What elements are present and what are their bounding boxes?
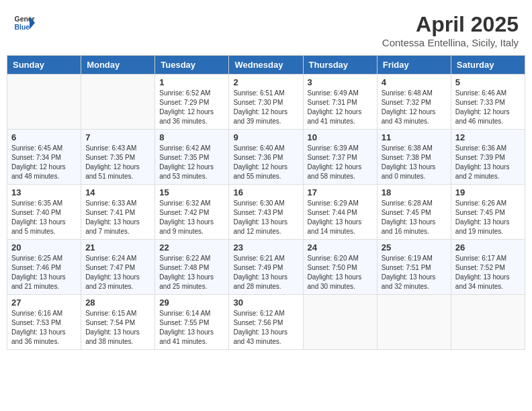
calendar-day-cell: 9Sunrise: 6:40 AMSunset: 7:36 PMDaylight… xyxy=(229,130,303,185)
day-info: Sunrise: 6:22 AMSunset: 7:48 PMDaylight:… xyxy=(159,254,224,291)
calendar-day-cell: 1Sunrise: 6:52 AMSunset: 7:29 PMDaylight… xyxy=(155,75,229,130)
calendar-day-cell: 2Sunrise: 6:51 AMSunset: 7:30 PMDaylight… xyxy=(229,75,303,130)
calendar-day-cell: 20Sunrise: 6:25 AMSunset: 7:46 PMDayligh… xyxy=(7,240,81,295)
calendar-day-cell: 14Sunrise: 6:33 AMSunset: 7:41 PMDayligh… xyxy=(81,185,155,240)
day-number: 17 xyxy=(308,187,373,197)
calendar-day-cell: 27Sunrise: 6:16 AMSunset: 7:53 PMDayligh… xyxy=(7,295,81,350)
calendar-day-cell: 30Sunrise: 6:12 AMSunset: 7:56 PMDayligh… xyxy=(229,295,303,350)
day-info: Sunrise: 6:52 AMSunset: 7:29 PMDaylight:… xyxy=(159,89,224,126)
calendar-day-cell: 3Sunrise: 6:49 AMSunset: 7:31 PMDaylight… xyxy=(303,75,377,130)
calendar-day-cell xyxy=(451,295,525,350)
calendar-day-cell: 7Sunrise: 6:43 AMSunset: 7:35 PMDaylight… xyxy=(81,130,155,185)
day-info: Sunrise: 6:51 AMSunset: 7:30 PMDaylight:… xyxy=(233,89,298,126)
calendar-day-cell: 23Sunrise: 6:21 AMSunset: 7:49 PMDayligh… xyxy=(229,240,303,295)
day-info: Sunrise: 6:43 AMSunset: 7:35 PMDaylight:… xyxy=(85,144,150,181)
day-info: Sunrise: 6:28 AMSunset: 7:45 PMDaylight:… xyxy=(382,199,447,236)
calendar-day-cell: 16Sunrise: 6:30 AMSunset: 7:43 PMDayligh… xyxy=(229,185,303,240)
day-number: 25 xyxy=(382,242,447,253)
month-title: April 2025 xyxy=(382,12,519,37)
calendar-day-cell: 19Sunrise: 6:26 AMSunset: 7:45 PMDayligh… xyxy=(451,185,525,240)
calendar-day-cell xyxy=(303,295,377,350)
calendar-week-row: 1Sunrise: 6:52 AMSunset: 7:29 PMDaylight… xyxy=(7,75,525,130)
logo: General Blue xyxy=(13,12,35,34)
page-header: General Blue April 2025 Contessa Entelli… xyxy=(7,7,525,51)
weekday-header-cell: Thursday xyxy=(303,56,377,75)
calendar-day-cell: 15Sunrise: 6:32 AMSunset: 7:42 PMDayligh… xyxy=(155,185,229,240)
day-info: Sunrise: 6:12 AMSunset: 7:56 PMDaylight:… xyxy=(233,309,298,347)
day-info: Sunrise: 6:21 AMSunset: 7:49 PMDaylight:… xyxy=(233,254,298,291)
day-info: Sunrise: 6:20 AMSunset: 7:50 PMDaylight:… xyxy=(308,254,373,291)
day-info: Sunrise: 6:35 AMSunset: 7:40 PMDaylight:… xyxy=(11,199,77,236)
location-subtitle: Contessa Entellina, Sicily, Italy xyxy=(382,37,519,48)
calendar-week-row: 27Sunrise: 6:16 AMSunset: 7:53 PMDayligh… xyxy=(7,295,525,350)
day-number: 16 xyxy=(233,187,298,197)
calendar-body: 1Sunrise: 6:52 AMSunset: 7:29 PMDaylight… xyxy=(7,75,525,350)
day-number: 5 xyxy=(455,77,521,87)
day-number: 28 xyxy=(85,298,150,308)
day-number: 20 xyxy=(11,242,77,253)
day-number: 8 xyxy=(159,132,224,142)
svg-text:Blue: Blue xyxy=(15,24,30,31)
weekday-header-row: SundayMondayTuesdayWednesdayThursdayFrid… xyxy=(7,56,525,75)
weekday-header-cell: Tuesday xyxy=(155,56,229,75)
calendar-table: SundayMondayTuesdayWednesdayThursdayFrid… xyxy=(7,55,525,350)
calendar-week-row: 13Sunrise: 6:35 AMSunset: 7:40 PMDayligh… xyxy=(7,185,525,240)
day-number: 14 xyxy=(85,187,150,197)
day-number: 1 xyxy=(159,77,224,87)
calendar-day-cell: 25Sunrise: 6:19 AMSunset: 7:51 PMDayligh… xyxy=(377,240,451,295)
day-number: 13 xyxy=(11,187,77,197)
day-info: Sunrise: 6:16 AMSunset: 7:53 PMDaylight:… xyxy=(11,309,77,347)
day-number: 24 xyxy=(308,242,373,253)
day-number: 18 xyxy=(382,187,447,197)
calendar-day-cell xyxy=(7,75,81,130)
calendar-day-cell xyxy=(377,295,451,350)
day-info: Sunrise: 6:25 AMSunset: 7:46 PMDaylight:… xyxy=(11,254,77,291)
day-number: 2 xyxy=(233,77,298,87)
calendar-day-cell: 22Sunrise: 6:22 AMSunset: 7:48 PMDayligh… xyxy=(155,240,229,295)
calendar-day-cell xyxy=(81,75,155,130)
day-info: Sunrise: 6:46 AMSunset: 7:33 PMDaylight:… xyxy=(455,89,521,126)
day-info: Sunrise: 6:30 AMSunset: 7:43 PMDaylight:… xyxy=(233,199,298,236)
day-number: 3 xyxy=(308,77,373,87)
calendar-day-cell: 6Sunrise: 6:45 AMSunset: 7:34 PMDaylight… xyxy=(7,130,81,185)
day-info: Sunrise: 6:49 AMSunset: 7:31 PMDaylight:… xyxy=(308,89,373,126)
calendar-day-cell: 21Sunrise: 6:24 AMSunset: 7:47 PMDayligh… xyxy=(81,240,155,295)
day-number: 21 xyxy=(85,242,150,253)
day-number: 12 xyxy=(455,132,521,142)
day-info: Sunrise: 6:15 AMSunset: 7:54 PMDaylight:… xyxy=(85,309,150,347)
day-info: Sunrise: 6:38 AMSunset: 7:38 PMDaylight:… xyxy=(382,144,447,181)
calendar-day-cell: 26Sunrise: 6:17 AMSunset: 7:52 PMDayligh… xyxy=(451,240,525,295)
calendar-day-cell: 17Sunrise: 6:29 AMSunset: 7:44 PMDayligh… xyxy=(303,185,377,240)
day-info: Sunrise: 6:42 AMSunset: 7:35 PMDaylight:… xyxy=(159,144,224,181)
day-info: Sunrise: 6:29 AMSunset: 7:44 PMDaylight:… xyxy=(308,199,373,236)
day-info: Sunrise: 6:32 AMSunset: 7:42 PMDaylight:… xyxy=(159,199,224,236)
logo-icon: General Blue xyxy=(13,12,35,34)
calendar-day-cell: 12Sunrise: 6:36 AMSunset: 7:39 PMDayligh… xyxy=(451,130,525,185)
day-info: Sunrise: 6:26 AMSunset: 7:45 PMDaylight:… xyxy=(455,199,521,236)
day-info: Sunrise: 6:33 AMSunset: 7:41 PMDaylight:… xyxy=(85,199,150,236)
day-number: 15 xyxy=(159,187,224,197)
day-info: Sunrise: 6:17 AMSunset: 7:52 PMDaylight:… xyxy=(455,254,521,291)
day-number: 19 xyxy=(455,187,521,197)
day-number: 27 xyxy=(11,298,77,308)
calendar-day-cell: 18Sunrise: 6:28 AMSunset: 7:45 PMDayligh… xyxy=(377,185,451,240)
weekday-header-cell: Friday xyxy=(377,56,451,75)
day-number: 26 xyxy=(455,242,521,253)
day-info: Sunrise: 6:36 AMSunset: 7:39 PMDaylight:… xyxy=(455,144,521,181)
day-number: 22 xyxy=(159,242,224,253)
weekday-header-cell: Saturday xyxy=(451,56,525,75)
day-number: 9 xyxy=(233,132,298,142)
day-info: Sunrise: 6:45 AMSunset: 7:34 PMDaylight:… xyxy=(11,144,77,181)
weekday-header-cell: Sunday xyxy=(7,56,81,75)
weekday-header-cell: Wednesday xyxy=(229,56,303,75)
day-info: Sunrise: 6:40 AMSunset: 7:36 PMDaylight:… xyxy=(233,144,298,181)
day-number: 23 xyxy=(233,242,298,253)
weekday-header-cell: Monday xyxy=(81,56,155,75)
calendar-day-cell: 24Sunrise: 6:20 AMSunset: 7:50 PMDayligh… xyxy=(303,240,377,295)
calendar-day-cell: 5Sunrise: 6:46 AMSunset: 7:33 PMDaylight… xyxy=(451,75,525,130)
calendar-day-cell: 29Sunrise: 6:14 AMSunset: 7:55 PMDayligh… xyxy=(155,295,229,350)
calendar-day-cell: 11Sunrise: 6:38 AMSunset: 7:38 PMDayligh… xyxy=(377,130,451,185)
day-number: 29 xyxy=(159,298,224,308)
day-info: Sunrise: 6:39 AMSunset: 7:37 PMDaylight:… xyxy=(308,144,373,181)
title-block: April 2025 Contessa Entellina, Sicily, I… xyxy=(382,12,519,48)
